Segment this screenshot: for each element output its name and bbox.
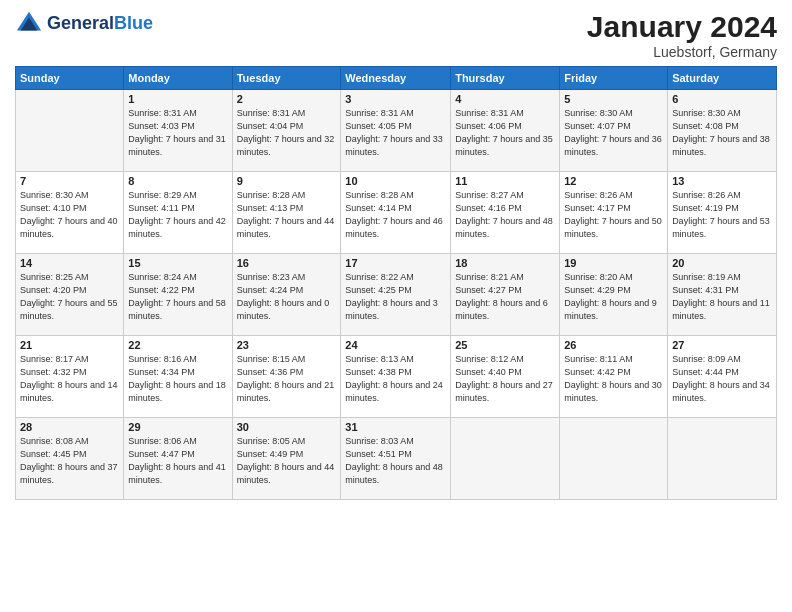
day-info: Sunrise: 8:28 AMSunset: 4:14 PMDaylight:… <box>345 189 446 241</box>
calendar-cell: 17Sunrise: 8:22 AMSunset: 4:25 PMDayligh… <box>341 254 451 336</box>
calendar-cell: 11Sunrise: 8:27 AMSunset: 4:16 PMDayligh… <box>451 172 560 254</box>
calendar-cell: 6Sunrise: 8:30 AMSunset: 4:08 PMDaylight… <box>668 90 777 172</box>
day-number: 13 <box>672 175 772 187</box>
day-info: Sunrise: 8:26 AMSunset: 4:19 PMDaylight:… <box>672 189 772 241</box>
calendar-cell: 27Sunrise: 8:09 AMSunset: 4:44 PMDayligh… <box>668 336 777 418</box>
day-info: Sunrise: 8:06 AMSunset: 4:47 PMDaylight:… <box>128 435 227 487</box>
day-number: 4 <box>455 93 555 105</box>
calendar-cell: 3Sunrise: 8:31 AMSunset: 4:05 PMDaylight… <box>341 90 451 172</box>
calendar-cell: 1Sunrise: 8:31 AMSunset: 4:03 PMDaylight… <box>124 90 232 172</box>
calendar-page: GeneralBlue January 2024 Luebstorf, Germ… <box>0 0 792 612</box>
day-info: Sunrise: 8:29 AMSunset: 4:11 PMDaylight:… <box>128 189 227 241</box>
day-number: 1 <box>128 93 227 105</box>
day-number: 5 <box>564 93 663 105</box>
day-info: Sunrise: 8:05 AMSunset: 4:49 PMDaylight:… <box>237 435 337 487</box>
day-info: Sunrise: 8:22 AMSunset: 4:25 PMDaylight:… <box>345 271 446 323</box>
location: Luebstorf, Germany <box>587 44 777 60</box>
day-number: 26 <box>564 339 663 351</box>
week-row-5: 28Sunrise: 8:08 AMSunset: 4:45 PMDayligh… <box>16 418 777 500</box>
day-info: Sunrise: 8:30 AMSunset: 4:08 PMDaylight:… <box>672 107 772 159</box>
day-number: 18 <box>455 257 555 269</box>
day-number: 2 <box>237 93 337 105</box>
calendar-cell: 8Sunrise: 8:29 AMSunset: 4:11 PMDaylight… <box>124 172 232 254</box>
day-number: 15 <box>128 257 227 269</box>
day-number: 23 <box>237 339 337 351</box>
day-header-tuesday: Tuesday <box>232 67 341 90</box>
calendar-cell <box>16 90 124 172</box>
calendar-cell: 20Sunrise: 8:19 AMSunset: 4:31 PMDayligh… <box>668 254 777 336</box>
calendar-cell: 25Sunrise: 8:12 AMSunset: 4:40 PMDayligh… <box>451 336 560 418</box>
calendar-cell: 16Sunrise: 8:23 AMSunset: 4:24 PMDayligh… <box>232 254 341 336</box>
day-number: 6 <box>672 93 772 105</box>
day-number: 29 <box>128 421 227 433</box>
calendar-cell: 18Sunrise: 8:21 AMSunset: 4:27 PMDayligh… <box>451 254 560 336</box>
day-info: Sunrise: 8:12 AMSunset: 4:40 PMDaylight:… <box>455 353 555 405</box>
day-number: 12 <box>564 175 663 187</box>
day-info: Sunrise: 8:23 AMSunset: 4:24 PMDaylight:… <box>237 271 337 323</box>
week-row-3: 14Sunrise: 8:25 AMSunset: 4:20 PMDayligh… <box>16 254 777 336</box>
day-info: Sunrise: 8:08 AMSunset: 4:45 PMDaylight:… <box>20 435 119 487</box>
days-header-row: SundayMondayTuesdayWednesdayThursdayFrid… <box>16 67 777 90</box>
week-row-2: 7Sunrise: 8:30 AMSunset: 4:10 PMDaylight… <box>16 172 777 254</box>
day-number: 24 <box>345 339 446 351</box>
calendar-cell: 14Sunrise: 8:25 AMSunset: 4:20 PMDayligh… <box>16 254 124 336</box>
day-number: 21 <box>20 339 119 351</box>
calendar-cell: 10Sunrise: 8:28 AMSunset: 4:14 PMDayligh… <box>341 172 451 254</box>
title-block: January 2024 Luebstorf, Germany <box>587 10 777 60</box>
calendar-cell: 31Sunrise: 8:03 AMSunset: 4:51 PMDayligh… <box>341 418 451 500</box>
day-number: 30 <box>237 421 337 433</box>
day-info: Sunrise: 8:30 AMSunset: 4:10 PMDaylight:… <box>20 189 119 241</box>
day-info: Sunrise: 8:31 AMSunset: 4:04 PMDaylight:… <box>237 107 337 159</box>
day-info: Sunrise: 8:13 AMSunset: 4:38 PMDaylight:… <box>345 353 446 405</box>
day-number: 31 <box>345 421 446 433</box>
calendar-cell: 30Sunrise: 8:05 AMSunset: 4:49 PMDayligh… <box>232 418 341 500</box>
day-header-friday: Friday <box>560 67 668 90</box>
day-number: 25 <box>455 339 555 351</box>
calendar-cell: 29Sunrise: 8:06 AMSunset: 4:47 PMDayligh… <box>124 418 232 500</box>
calendar-cell <box>560 418 668 500</box>
logo: GeneralBlue <box>15 10 153 38</box>
day-header-saturday: Saturday <box>668 67 777 90</box>
day-info: Sunrise: 8:11 AMSunset: 4:42 PMDaylight:… <box>564 353 663 405</box>
day-info: Sunrise: 8:31 AMSunset: 4:06 PMDaylight:… <box>455 107 555 159</box>
day-number: 14 <box>20 257 119 269</box>
month-title: January 2024 <box>587 10 777 44</box>
logo-icon <box>15 10 43 38</box>
day-info: Sunrise: 8:17 AMSunset: 4:32 PMDaylight:… <box>20 353 119 405</box>
day-number: 9 <box>237 175 337 187</box>
day-number: 16 <box>237 257 337 269</box>
day-info: Sunrise: 8:09 AMSunset: 4:44 PMDaylight:… <box>672 353 772 405</box>
day-info: Sunrise: 8:28 AMSunset: 4:13 PMDaylight:… <box>237 189 337 241</box>
calendar-cell: 7Sunrise: 8:30 AMSunset: 4:10 PMDaylight… <box>16 172 124 254</box>
day-info: Sunrise: 8:24 AMSunset: 4:22 PMDaylight:… <box>128 271 227 323</box>
day-number: 20 <box>672 257 772 269</box>
calendar-cell: 22Sunrise: 8:16 AMSunset: 4:34 PMDayligh… <box>124 336 232 418</box>
day-header-monday: Monday <box>124 67 232 90</box>
calendar-cell: 5Sunrise: 8:30 AMSunset: 4:07 PMDaylight… <box>560 90 668 172</box>
day-number: 3 <box>345 93 446 105</box>
week-row-4: 21Sunrise: 8:17 AMSunset: 4:32 PMDayligh… <box>16 336 777 418</box>
calendar-cell: 12Sunrise: 8:26 AMSunset: 4:17 PMDayligh… <box>560 172 668 254</box>
day-number: 10 <box>345 175 446 187</box>
day-header-sunday: Sunday <box>16 67 124 90</box>
calendar-cell: 4Sunrise: 8:31 AMSunset: 4:06 PMDaylight… <box>451 90 560 172</box>
calendar-cell: 2Sunrise: 8:31 AMSunset: 4:04 PMDaylight… <box>232 90 341 172</box>
calendar-cell: 23Sunrise: 8:15 AMSunset: 4:36 PMDayligh… <box>232 336 341 418</box>
day-info: Sunrise: 8:19 AMSunset: 4:31 PMDaylight:… <box>672 271 772 323</box>
day-info: Sunrise: 8:30 AMSunset: 4:07 PMDaylight:… <box>564 107 663 159</box>
day-info: Sunrise: 8:20 AMSunset: 4:29 PMDaylight:… <box>564 271 663 323</box>
day-number: 27 <box>672 339 772 351</box>
calendar-cell: 26Sunrise: 8:11 AMSunset: 4:42 PMDayligh… <box>560 336 668 418</box>
day-info: Sunrise: 8:25 AMSunset: 4:20 PMDaylight:… <box>20 271 119 323</box>
day-number: 11 <box>455 175 555 187</box>
logo-text-line1: GeneralBlue <box>47 14 153 34</box>
day-info: Sunrise: 8:31 AMSunset: 4:03 PMDaylight:… <box>128 107 227 159</box>
calendar-cell: 9Sunrise: 8:28 AMSunset: 4:13 PMDaylight… <box>232 172 341 254</box>
day-info: Sunrise: 8:31 AMSunset: 4:05 PMDaylight:… <box>345 107 446 159</box>
day-number: 17 <box>345 257 446 269</box>
day-info: Sunrise: 8:03 AMSunset: 4:51 PMDaylight:… <box>345 435 446 487</box>
calendar-cell: 15Sunrise: 8:24 AMSunset: 4:22 PMDayligh… <box>124 254 232 336</box>
calendar-cell: 13Sunrise: 8:26 AMSunset: 4:19 PMDayligh… <box>668 172 777 254</box>
day-number: 7 <box>20 175 119 187</box>
week-row-1: 1Sunrise: 8:31 AMSunset: 4:03 PMDaylight… <box>16 90 777 172</box>
